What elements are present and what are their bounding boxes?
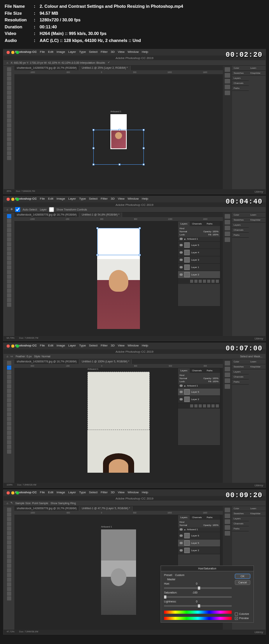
colorize-checkbox[interactable]: Colorize xyxy=(235,613,250,616)
mask-icon[interactable] xyxy=(199,404,202,407)
close-icon[interactable] xyxy=(7,198,10,201)
zoom-level[interactable]: 64,79% xyxy=(7,337,14,340)
window-controls[interactable] xyxy=(7,51,19,54)
channels-icon[interactable] xyxy=(225,525,230,530)
menu-image[interactable]: Image xyxy=(56,50,65,54)
layers-tab[interactable]: Layers xyxy=(178,368,190,373)
path-tool-icon[interactable] xyxy=(7,142,11,146)
doc-tab-2[interactable]: Untitled-1 @ 25% (Layer 2, RGB/8#) * xyxy=(79,66,130,70)
blur-tool-icon[interactable] xyxy=(7,564,11,568)
visibility-icon[interactable] xyxy=(180,238,183,240)
master-dropdown[interactable]: Master xyxy=(167,578,175,581)
layer-row[interactable]: ▾Artboard 1 xyxy=(178,384,220,388)
slider-thumb[interactable] xyxy=(164,595,166,599)
visibility-icon[interactable] xyxy=(180,251,183,254)
visibility-icon[interactable] xyxy=(180,273,183,276)
panel-color[interactable]: Color xyxy=(232,66,249,71)
blur-tool-icon[interactable] xyxy=(7,123,11,127)
path-tool-icon[interactable] xyxy=(7,289,11,293)
layer-row[interactable]: Layer 4 xyxy=(178,249,220,256)
tools-panel[interactable] xyxy=(3,359,14,483)
kind-filter[interactable]: Kind xyxy=(180,521,184,523)
blur-tool-icon[interactable] xyxy=(7,270,11,274)
panel-channels[interactable]: Channels xyxy=(232,521,249,526)
dodge-tool-icon[interactable] xyxy=(7,421,11,426)
layers-panel[interactable]: LayersChannelsPaths Kind NormalOpacity: … xyxy=(178,221,220,306)
lasso-tool-icon[interactable] xyxy=(7,223,11,228)
menu-type[interactable]: Type xyxy=(79,197,86,200)
blur-tool-icon[interactable] xyxy=(7,417,11,421)
menubar[interactable]: Photoshop CCFileEditImageLayerTypeSelect… xyxy=(15,197,148,200)
marquee-selection[interactable] xyxy=(87,372,150,430)
wand-tool-icon[interactable] xyxy=(7,81,11,85)
doc-tab-2[interactable]: Untitled-1 @ 100% (Layer 5, RGB/8#) * xyxy=(79,359,132,364)
menu-help[interactable]: Help xyxy=(142,491,148,494)
saturation-value[interactable]: -100 xyxy=(186,591,197,594)
slider-thumb[interactable] xyxy=(198,604,200,607)
artboard[interactable]: Artboard 1 xyxy=(110,114,127,149)
menu-edit[interactable]: Edit xyxy=(48,197,53,200)
menu-view[interactable]: View xyxy=(118,197,124,200)
doc-tab-1[interactable]: shutterstock_1428658778.jpg @ 16,7% (RGB… xyxy=(14,212,79,217)
doc-tab-2[interactable]: Untitled-1 @ 47,7% (Layer 5, RGB/8#) * xyxy=(79,506,133,511)
menubar[interactable]: Photoshop CCFileEditImageLayerTypeSelect… xyxy=(15,344,148,347)
panel-color[interactable]: Color xyxy=(232,506,249,511)
shape-tool-icon[interactable] xyxy=(7,293,11,298)
menu-window[interactable]: Window xyxy=(128,197,138,200)
panel-learn[interactable]: Learn xyxy=(249,66,266,71)
layer-name[interactable]: Layer 2 xyxy=(191,549,199,552)
eyedropper-tool-icon[interactable] xyxy=(7,384,11,388)
home-icon[interactable]: ⌂ xyxy=(7,355,8,358)
shape-tool-icon[interactable] xyxy=(7,587,11,591)
layer-row[interactable]: Layer 2 xyxy=(178,547,220,554)
heal-tool-icon[interactable] xyxy=(7,95,11,99)
minimize-icon[interactable] xyxy=(11,198,14,201)
menu-image[interactable]: Image xyxy=(56,344,65,347)
doc-tab-1[interactable]: shutterstock_1428658778.jpg @ 16,7% (RGB… xyxy=(14,359,79,364)
menu-3d[interactable]: 3D xyxy=(111,197,115,200)
eraser-tool-icon[interactable] xyxy=(7,261,11,265)
home-icon[interactable]: ⌂ xyxy=(7,61,8,64)
tools-panel[interactable] xyxy=(3,66,14,189)
paths-tab[interactable]: Paths xyxy=(204,221,215,226)
shape-tool-icon[interactable] xyxy=(7,440,11,444)
panel-layers[interactable]: Layers xyxy=(232,76,249,81)
marquee-tool-icon[interactable] xyxy=(7,72,11,76)
channels-tab[interactable]: Channels xyxy=(190,221,204,226)
marquee-tool-icon[interactable] xyxy=(7,512,11,517)
panel-layers[interactable]: Layers xyxy=(232,223,249,228)
menu-3d[interactable]: 3D xyxy=(111,344,115,347)
selection-box[interactable] xyxy=(97,228,140,255)
eraser-tool-icon[interactable] xyxy=(7,407,11,412)
heal-tool-icon[interactable] xyxy=(7,389,11,393)
close-icon[interactable] xyxy=(7,51,10,54)
document-tabs[interactable]: shutterstock_1428658778.jpg @ 16,7% (RGB… xyxy=(14,359,223,364)
slider-thumb[interactable] xyxy=(198,587,200,590)
artboard[interactable]: Artboard 1 xyxy=(87,372,150,473)
menu-help[interactable]: Help xyxy=(142,197,148,200)
layer-row[interactable]: ▾Artboard 1 xyxy=(178,527,220,532)
move-tool-icon[interactable] xyxy=(7,361,11,365)
layer-name[interactable]: Artboard 1 xyxy=(187,385,198,387)
panel-paths[interactable]: Paths xyxy=(232,233,249,238)
saturation-slider[interactable] xyxy=(164,596,232,598)
link-icon[interactable] xyxy=(190,280,193,283)
maximize-icon[interactable] xyxy=(16,198,19,201)
fx-icon[interactable] xyxy=(194,280,197,283)
panel-swatches[interactable]: Swatches xyxy=(232,71,249,76)
handle-r[interactable] xyxy=(143,147,145,149)
menu-file[interactable]: File xyxy=(40,50,45,54)
artboard[interactable] xyxy=(97,228,140,329)
handle-b[interactable] xyxy=(119,164,121,165)
stamp-tool-icon[interactable] xyxy=(7,398,11,402)
ok-button[interactable]: OK xyxy=(235,574,250,579)
layer-name[interactable]: Layer 3 xyxy=(191,259,199,261)
visibility-icon[interactable] xyxy=(180,259,183,261)
tools-panel[interactable] xyxy=(3,212,14,336)
gradient-tool-icon[interactable] xyxy=(7,559,11,563)
panel-layers[interactable]: Layers xyxy=(232,369,249,374)
blend-mode[interactable]: Normal xyxy=(180,230,187,233)
menu-select[interactable]: Select xyxy=(89,197,98,200)
menu-edit[interactable]: Edit xyxy=(48,50,53,54)
layer-name[interactable]: Layer 4 xyxy=(191,251,199,254)
